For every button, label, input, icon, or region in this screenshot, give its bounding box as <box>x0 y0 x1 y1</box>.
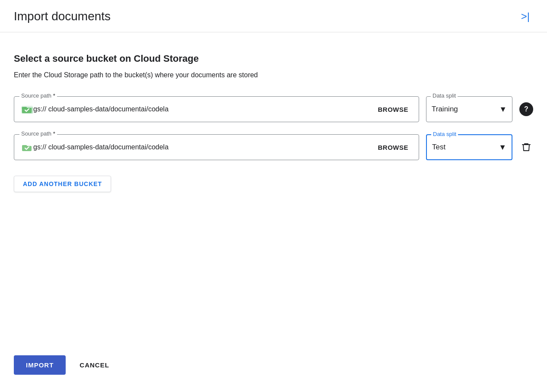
data-split-label-2: Data split <box>431 131 458 137</box>
delete-icon-1[interactable] <box>519 140 533 154</box>
dropdown-arrow-1: ▼ <box>499 105 507 114</box>
section-title: Select a source bucket on Cloud Storage <box>14 53 533 64</box>
add-another-bucket-button[interactable]: ADD ANOTHER BUCKET <box>14 176 111 192</box>
folder-check-icon-1 <box>21 103 33 115</box>
dialog-container: Import documents >| Select a source buck… <box>0 0 547 392</box>
data-split-field-1[interactable]: Data split Training ▼ <box>426 96 512 122</box>
bucket-row-2: Source path * gs:// cloud-samples-data/d… <box>14 134 533 160</box>
source-path-label-1: Source path * <box>19 92 57 99</box>
collapse-button[interactable]: >| <box>518 9 533 24</box>
folder-check-icon-2 <box>21 141 33 153</box>
import-button[interactable]: IMPORT <box>14 355 66 375</box>
data-split-field-2[interactable]: Data split Test ▼ <box>426 134 512 160</box>
data-split-label-1: Data split <box>431 92 458 99</box>
help-icon-1[interactable]: ? <box>519 102 533 116</box>
cancel-button[interactable]: CANCEL <box>73 355 116 375</box>
source-path-field-1[interactable]: Source path * gs:// cloud-samples-data <box>14 96 419 122</box>
browse-button-2[interactable]: BROWSE <box>375 142 412 153</box>
source-path-value-2: gs:// cloud-samples-data/documentai/code… <box>33 143 375 151</box>
dialog-actions: IMPORT CANCEL <box>0 341 547 392</box>
dialog-title: Import documents <box>14 9 111 23</box>
bucket-row-1: Source path * gs:// cloud-samples-data <box>14 96 533 122</box>
source-path-field-2[interactable]: Source path * gs:// cloud-samples-data/d… <box>14 134 419 160</box>
data-split-value-1: Training <box>432 105 499 114</box>
data-split-value-2: Test <box>432 143 499 152</box>
source-path-value-1: gs:// cloud-samples-data/documentai/code… <box>33 105 375 113</box>
section-description: Enter the Cloud Storage path to the buck… <box>14 71 533 79</box>
dropdown-arrow-2: ▼ <box>499 143 506 152</box>
dialog-content: Select a source bucket on Cloud Storage … <box>0 32 547 341</box>
dialog-header: Import documents >| <box>0 0 547 32</box>
source-path-label-2: Source path * <box>19 130 57 137</box>
browse-button-1[interactable]: BROWSE <box>375 104 412 115</box>
